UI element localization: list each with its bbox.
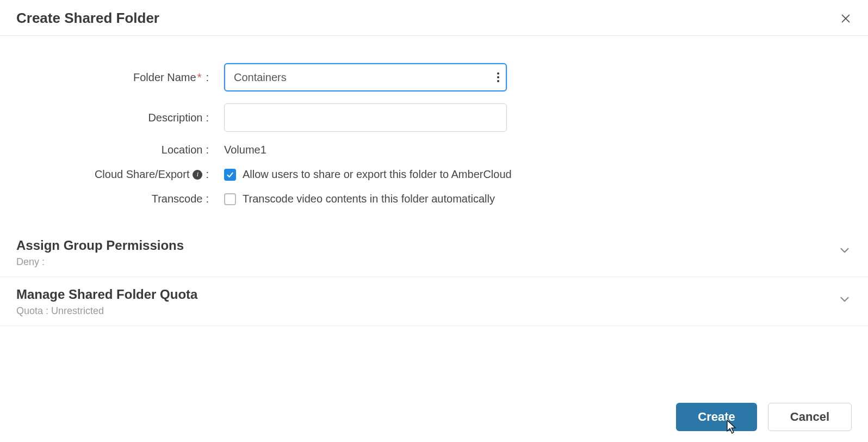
row-cloud-share: Cloud Share/Export i : Allow users to sh… [16,168,852,181]
form-area: Folder Name*: Description: Location: Vol… [0,36,868,228]
permissions-title: Assign Group Permissions [16,238,184,253]
section-quota[interactable]: Manage Shared Folder Quota Quota : Unres… [0,277,868,326]
label-location: Location: [16,144,212,156]
chevron-down-icon [838,243,852,260]
cancel-button[interactable]: Cancel [768,403,852,431]
chevron-down-icon [838,292,852,309]
permissions-sub: Deny : [16,256,184,268]
quota-title: Manage Shared Folder Quota [16,287,197,302]
quota-sub: Quota : Unrestricted [16,305,197,317]
row-description: Description: [16,103,852,132]
folder-name-input[interactable] [224,63,507,91]
dialog-title: Create Shared Folder [16,10,159,27]
row-folder-name: Folder Name*: [16,63,852,91]
section-permissions[interactable]: Assign Group Permissions Deny : [0,228,868,277]
label-transcode: Transcode: [16,193,212,205]
description-input[interactable] [224,103,507,132]
create-button[interactable]: Create [676,403,757,431]
close-icon[interactable] [840,13,852,24]
location-value: Volume1 [224,144,266,156]
row-location: Location: Volume1 [16,144,852,156]
dialog-footer: Create Cancel [676,403,852,431]
transcode-checkbox[interactable] [224,193,236,205]
info-icon[interactable]: i [193,170,202,180]
transcode-text: Transcode video contents in this folder … [243,193,495,205]
dialog-header: Create Shared Folder [0,0,868,36]
more-dots-icon[interactable] [497,72,499,82]
cloud-share-text: Allow users to share or export this fold… [243,168,512,181]
cloud-share-checkbox[interactable] [224,169,236,181]
label-folder-name: Folder Name*: [16,71,212,84]
label-description: Description: [16,112,212,124]
label-cloud-share: Cloud Share/Export i : [16,168,212,181]
row-transcode: Transcode: Transcode video contents in t… [16,193,852,205]
